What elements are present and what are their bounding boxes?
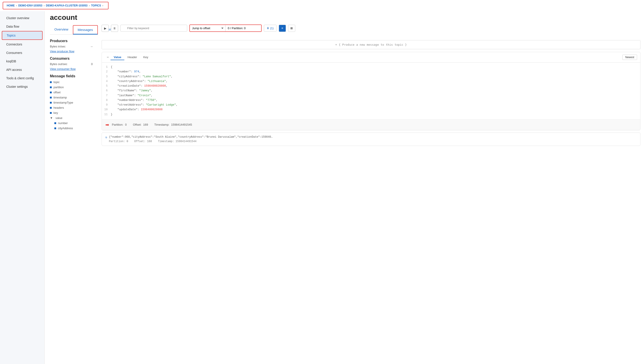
msg1-tab-header[interactable]: Header — [124, 54, 140, 60]
view-consumer-flow-link[interactable]: View consumer flow — [50, 67, 76, 70]
view-producer-flow-link[interactable]: View producer flow — [50, 50, 74, 53]
msg2-partition-value: 0 — [126, 140, 128, 143]
code-line-3: 3 "cityAddress": "Lake Samualfort", — [102, 74, 640, 79]
filter-input[interactable] — [120, 25, 187, 32]
field-cityaddress: cityAddress — [50, 126, 93, 130]
sidebar-item-api-access[interactable]: API access — [2, 66, 42, 74]
produce-banner[interactable]: + { Produce a new message to this topic … — [102, 40, 640, 49]
code-line-10: 10 "updateDate": 1598400020808 — [102, 107, 640, 112]
message-fields-title: Message fields — [50, 74, 93, 78]
newest-badge: Newest — [622, 54, 637, 60]
code-line-6: 6 "firstName": "Jamey", — [102, 88, 640, 93]
message-1-footer: ➡ Partition: 0 Offset: 169 Timestamp: 15… — [102, 119, 640, 130]
message-card-1-header: − Value Header Key Newest — [102, 52, 640, 62]
sidebar-item-tools[interactable]: Tools & client config — [2, 74, 42, 82]
message-2-footer: Partition: 0 Offset: 168 Timestamp: 1598… — [109, 140, 637, 143]
msg1-partition-label: Partition: — [112, 123, 123, 126]
code-line-2: 2 "number": 974, — [102, 70, 640, 74]
msg1-timestamp-label: Timestamp: — [154, 123, 169, 126]
msg2-partition-label: Partition: — [109, 140, 126, 143]
msg1-offset-value: 169 — [143, 123, 148, 126]
msg2-offset-label: Offset: — [134, 140, 147, 143]
breadcrumb-home[interactable]: HOME — [7, 4, 15, 7]
code-line-7: 7 "lastName": "Cronin", — [102, 93, 640, 98]
field-bullet-number — [54, 122, 56, 124]
tab-overview[interactable]: Overview — [50, 25, 73, 34]
field-topic: topic — [50, 80, 93, 84]
sidebar-item-cluster-settings[interactable]: Cluster settings — [2, 83, 42, 91]
field-bullet-topic — [50, 81, 52, 83]
field-bullet-cityaddress — [54, 128, 56, 129]
field-headers: headers — [50, 106, 93, 110]
grid-view-button[interactable]: ⊞ — [288, 25, 295, 32]
message-card-2: ⎋ {"number":968,"cityAddress":"South Ala… — [102, 132, 640, 146]
field-bullet-offset — [50, 92, 52, 93]
jump-offset-wrap: Jump to offset — [190, 24, 262, 32]
message-2-inline[interactable]: ⎋ {"number":968,"cityAddress":"South Ala… — [102, 133, 640, 146]
msg2-offset-value: 168 — [147, 140, 152, 143]
breadcrumb-env[interactable]: DEMO-ENV-103053 — [18, 4, 42, 7]
field-timestamp: timestamp — [50, 95, 93, 100]
producers-bytes-row: Bytes in/sec -- — [50, 45, 93, 48]
grid-view-icon: ⊞ — [290, 26, 293, 30]
field-bullet-timestamp — [50, 97, 52, 98]
jump-to-offset-select[interactable]: Jump to offset — [190, 25, 226, 32]
field-number: number — [50, 121, 93, 125]
field-value[interactable]: ▼ value — [50, 116, 93, 120]
messages-area: ▶ ⏸ 🔍 Jump to offset ⬇ (1) ≡ — [98, 11, 644, 364]
breadcrumb-cluster[interactable]: DEMO-KAFKA-CLUSTER-103053 — [46, 4, 88, 7]
consumers-bytes-value: 0 — [91, 62, 93, 66]
sidebar-item-consumers[interactable]: Consumers — [2, 49, 42, 57]
msg2-timestamp-label: Timestamp: — [158, 140, 176, 143]
msg1-timestamp-value: 1598414491545 — [171, 123, 192, 126]
filter-wrap: 🔍 — [120, 25, 187, 32]
consumers-bytes-row: Bytes out/sec 0 — [50, 62, 93, 66]
field-timestamptype: timestampType — [50, 100, 93, 105]
producers-bytes-label: Bytes in/sec — [50, 45, 66, 48]
field-bullet-key — [50, 112, 52, 114]
sidebar-item-ksqldb[interactable]: ksqlDB — [2, 57, 42, 65]
code-line-4: 4 "countryAddress": "Lithuania", — [102, 79, 640, 84]
breadcrumb: HOME › DEMO-ENV-103053 › DEMO-KAFKA-CLUS… — [3, 2, 108, 9]
code-line-8: 8 "numberAddress": "7756", — [102, 98, 640, 103]
pause-button[interactable]: ⏸ — [111, 25, 118, 32]
msg1-offset-label: Offset: — [133, 123, 142, 126]
sidebar-item-cluster-overview[interactable]: Cluster overview — [2, 14, 42, 22]
message-2-text: {"number":968,"cityAddress":"South Alain… — [109, 136, 637, 143]
field-bullet-headers — [50, 107, 52, 109]
consumers-bytes-label: Bytes out/sec — [50, 62, 67, 66]
breadcrumb-topics[interactable]: TOPICS — [91, 4, 101, 7]
field-bullet-timestamptype — [50, 102, 52, 104]
download-button[interactable]: ⬇ (1) — [264, 25, 276, 32]
collapse-message-1-button[interactable]: − — [105, 54, 110, 60]
expand-value-icon[interactable]: ▼ — [50, 116, 53, 120]
tab-messages[interactable]: Messages — [73, 25, 98, 34]
msg1-tab-value[interactable]: Value — [110, 54, 124, 60]
sidebar-item-connectors[interactable]: Connectors — [2, 40, 42, 48]
message-card-1: − Value Header Key Newest 1 { 2 — [102, 52, 640, 130]
producers-title: Producers — [50, 39, 93, 43]
arrow-icon: ➡ — [106, 122, 109, 128]
offset-input[interactable] — [226, 25, 261, 32]
list-view-button[interactable]: ≡ — [279, 25, 286, 32]
field-partition: partition — [50, 85, 93, 89]
field-bullet-partition — [50, 86, 52, 88]
expand-message-2-icon[interactable]: ⎋ — [106, 136, 107, 139]
msg2-timestamp-value: 1598414491544 — [176, 140, 196, 143]
message-1-code: 1 { 2 "number": 974, 3 "cityAddress": "L… — [102, 62, 640, 119]
consumers-title: Consumers — [50, 56, 93, 60]
message-2-inline-text: {"number":968,"cityAddress":"South Alain… — [109, 136, 637, 138]
message-1-tabs: Value Header Key — [110, 54, 151, 60]
play-button[interactable]: ▶ — [102, 25, 109, 32]
sidebar: Cluster overview Data flow Topics Connec… — [0, 11, 44, 364]
code-line-9: 9 "streetAddress": "Cartwright Lodge", — [102, 103, 640, 107]
msg1-partition-value: 0 — [125, 123, 126, 126]
sidebar-item-data-flow[interactable]: Data flow — [2, 22, 42, 30]
code-line-1: 1 { — [102, 65, 640, 70]
sidebar-item-topics[interactable]: Topics — [2, 31, 42, 40]
download-icon: ⬇ — [267, 26, 269, 30]
msg1-tab-key[interactable]: Key — [140, 54, 151, 60]
code-line-11: 11 } — [102, 112, 640, 117]
producers-bytes-value: -- — [91, 45, 93, 48]
messages-toolbar: ▶ ⏸ 🔍 Jump to offset ⬇ (1) ≡ — [102, 24, 640, 32]
